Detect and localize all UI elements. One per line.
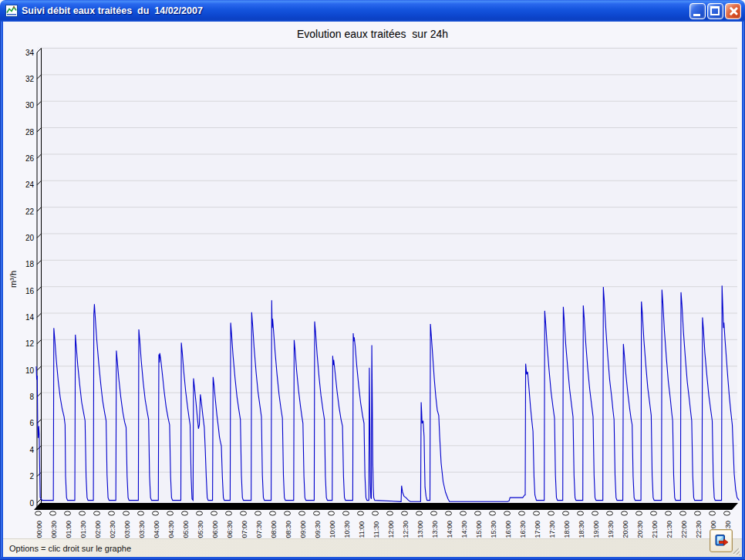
svg-text:02:30: 02:30	[109, 521, 116, 538]
window-border-right	[742, 22, 745, 560]
chart-floor	[34, 503, 738, 510]
title-bar[interactable]: Suivi débit eaux traitées du 14/02/2007	[0, 0, 745, 22]
svg-text:26: 26	[25, 154, 35, 163]
svg-text:03:30: 03:30	[138, 521, 146, 538]
svg-text:30: 30	[25, 101, 35, 110]
svg-text:07:00: 07:00	[241, 521, 248, 538]
svg-text:07:30: 07:30	[255, 521, 263, 538]
svg-text:10: 10	[25, 366, 35, 375]
svg-text:20:00: 20:00	[622, 521, 629, 538]
svg-text:16: 16	[25, 287, 35, 295]
app-window: Suivi débit eaux traitées du 14/02/2007 …	[0, 0, 745, 560]
window-border-bottom	[0, 557, 745, 560]
svg-text:32: 32	[25, 75, 35, 83]
svg-text:08:30: 08:30	[285, 521, 292, 538]
x-axis-labels: 00:0000:3001:0001:3002:0002:3003:0003:30…	[35, 521, 732, 538]
exit-door-arrow-icon	[714, 534, 729, 548]
resize-grip[interactable]	[730, 545, 741, 556]
svg-text:17:30: 17:30	[548, 521, 556, 538]
svg-text:05:30: 05:30	[197, 521, 204, 538]
svg-text:4: 4	[29, 446, 34, 454]
svg-text:04:30: 04:30	[167, 521, 175, 538]
line-chart-app-icon	[5, 5, 18, 17]
svg-text:00:00: 00:00	[35, 521, 43, 538]
x-axis-ticks	[35, 511, 730, 515]
svg-text:22:00: 22:00	[680, 521, 688, 538]
svg-text:15:30: 15:30	[490, 521, 497, 538]
svg-text:02:00: 02:00	[94, 521, 102, 538]
status-bar: Options = clic droit sur le graphe	[3, 538, 742, 557]
status-text: Options = clic droit sur le graphe	[3, 544, 131, 553]
svg-text:16:00: 16:00	[504, 521, 512, 538]
svg-text:8: 8	[29, 393, 34, 401]
chart-panel: 024681012141618202224262830323400:0000:3…	[3, 22, 742, 538]
window-title: Suivi débit eaux traitées du 14/02/2007	[22, 5, 689, 16]
svg-text:18:00: 18:00	[563, 521, 571, 538]
svg-text:34: 34	[25, 49, 35, 57]
svg-text:21:30: 21:30	[666, 521, 673, 538]
svg-text:2: 2	[29, 472, 34, 481]
svg-text:18: 18	[25, 260, 35, 268]
svg-text:08:00: 08:00	[270, 521, 278, 538]
svg-text:10:30: 10:30	[343, 521, 351, 538]
svg-text:12: 12	[25, 339, 35, 348]
svg-text:12:30: 12:30	[402, 521, 410, 538]
svg-text:22: 22	[25, 207, 35, 216]
svg-text:10:00: 10:00	[329, 521, 336, 538]
exit-button[interactable]	[710, 529, 733, 552]
minimize-icon	[693, 14, 700, 16]
svg-text:09:30: 09:30	[314, 521, 322, 538]
window-border-left	[0, 22, 3, 560]
y-axis-labels: 0246810121416182022242628303234	[25, 49, 35, 508]
svg-text:6: 6	[29, 419, 34, 427]
maximize-button[interactable]	[707, 3, 723, 19]
svg-text:00:30: 00:30	[50, 521, 58, 538]
svg-text:14:00: 14:00	[446, 521, 453, 538]
svg-text:20:30: 20:30	[636, 521, 644, 538]
svg-text:12:00: 12:00	[387, 521, 395, 538]
svg-text:24: 24	[25, 180, 35, 189]
svg-text:0: 0	[29, 499, 34, 508]
svg-text:18:30: 18:30	[578, 521, 585, 538]
svg-text:21:00: 21:00	[651, 521, 659, 538]
window-controls	[689, 3, 741, 19]
svg-text:05:00: 05:00	[182, 521, 190, 538]
svg-text:19:30: 19:30	[607, 521, 615, 538]
svg-text:11:00: 11:00	[358, 521, 366, 538]
svg-text:04:00: 04:00	[153, 521, 160, 538]
svg-text:13:00: 13:00	[416, 521, 424, 538]
svg-text:22:30: 22:30	[695, 521, 703, 538]
svg-text:15:00: 15:00	[475, 521, 483, 538]
svg-text:01:00: 01:00	[65, 521, 72, 538]
svg-text:16:30: 16:30	[519, 521, 527, 538]
maximize-icon	[710, 6, 720, 15]
svg-text:06:00: 06:00	[211, 521, 219, 538]
svg-text:13:30: 13:30	[431, 521, 439, 538]
minimize-button[interactable]	[689, 3, 706, 19]
chart-canvas[interactable]: 024681012141618202224262830323400:0000:3…	[3, 22, 742, 538]
svg-text:14: 14	[25, 313, 35, 322]
svg-text:14:30: 14:30	[460, 521, 468, 538]
close-button[interactable]	[725, 3, 741, 19]
chart-title: Evolution eaux traitées sur 24h	[297, 28, 448, 40]
svg-text:11:30: 11:30	[372, 521, 380, 538]
svg-text:19:00: 19:00	[592, 521, 600, 538]
svg-text:28: 28	[25, 128, 35, 137]
svg-text:17:00: 17:00	[534, 521, 541, 538]
svg-text:01:30: 01:30	[79, 521, 87, 538]
svg-text:09:00: 09:00	[299, 521, 307, 538]
y-axis-unit-label: m³/h	[8, 271, 18, 288]
svg-text:20: 20	[25, 234, 35, 242]
svg-text:06:30: 06:30	[226, 521, 234, 538]
svg-text:03:00: 03:00	[123, 521, 131, 538]
